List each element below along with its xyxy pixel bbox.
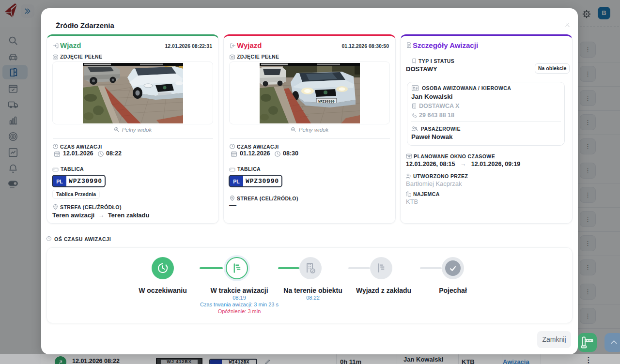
svg-text:WPZ30990: WPZ30990 [318, 100, 335, 104]
